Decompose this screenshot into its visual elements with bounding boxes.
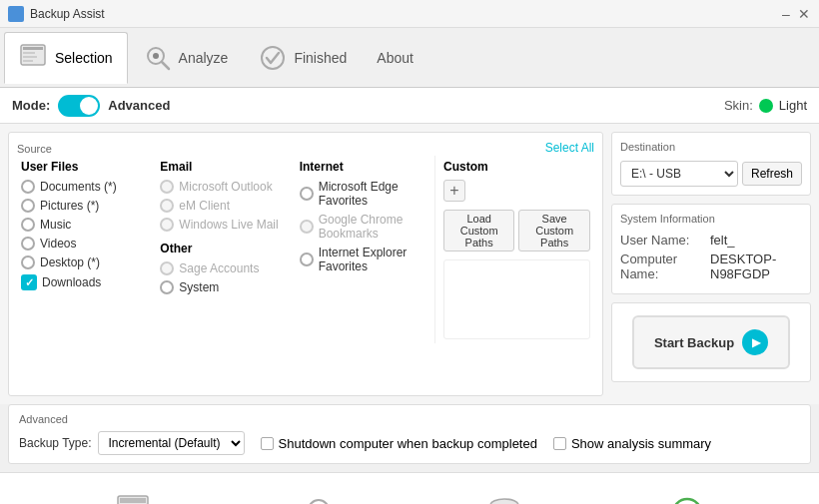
downloads-label: Downloads	[42, 275, 101, 289]
advanced-title: Advanced	[19, 413, 800, 425]
ie-radio[interactable]	[300, 252, 314, 266]
emclient-label: eM Client	[179, 199, 230, 213]
tab-finished[interactable]: Finished	[243, 32, 362, 84]
sage-radio	[160, 261, 174, 275]
chrome-radio	[300, 220, 314, 234]
app-title: Backup Assist	[30, 7, 105, 21]
list-item: Google Chrome Bookmarks	[300, 213, 430, 241]
summary-checkbox-label[interactable]: Show analysis summary	[553, 436, 711, 451]
tab-selection[interactable]: Selection	[4, 32, 128, 84]
system-info-box: System Information User Name: felt_ Comp…	[611, 204, 811, 294]
desktop-radio[interactable]	[21, 255, 35, 269]
list-item[interactable]: Documents (*)	[21, 180, 152, 194]
svg-rect-2	[23, 52, 35, 54]
svg-rect-1	[23, 47, 43, 50]
username-row: User Name: felt_	[620, 233, 802, 248]
save-custom-paths-button[interactable]: Save Custom Paths	[518, 210, 590, 252]
list-item[interactable]: System	[160, 280, 291, 294]
backup-type-group: Backup Type: Incremental (Default)	[19, 431, 245, 455]
shutdown-label: Shutdown computer when backup completed	[279, 436, 537, 451]
destination-box: Destination E:\ - USB Refresh	[611, 132, 811, 196]
tab-analyze[interactable]: Analyze	[128, 32, 244, 84]
destination-select-row: E:\ - USB Refresh	[620, 161, 802, 187]
minimize-button[interactable]: –	[779, 7, 793, 21]
documents-radio[interactable]	[21, 180, 35, 194]
outlook-label: Microsoft Outlook	[179, 180, 272, 194]
svg-rect-3	[23, 56, 37, 58]
wizard-step-finished[interactable]: Finished	[663, 489, 711, 505]
analyze-tab-label: Analyze	[179, 50, 229, 66]
advanced-bar: Advanced Backup Type: Incremental (Defau…	[8, 404, 811, 464]
pictures-radio[interactable]	[21, 199, 35, 213]
documents-label: Documents (*)	[40, 180, 117, 194]
music-radio[interactable]	[21, 218, 35, 232]
list-item: Sage Accounts	[160, 261, 291, 275]
sage-label: Sage Accounts	[179, 261, 259, 275]
select-all-button[interactable]: Select All	[545, 141, 594, 155]
videos-radio[interactable]	[21, 237, 35, 251]
title-bar: Backup Assist – ✕	[0, 0, 819, 28]
list-item[interactable]: Internet Explorer Favorites	[300, 246, 430, 273]
title-bar-left: Backup Assist	[8, 6, 105, 22]
shutdown-checkbox[interactable]	[261, 437, 274, 450]
livemail-label: Windows Live Mail	[179, 218, 278, 232]
start-backup-box: Start Backup	[611, 302, 811, 382]
finished-tab-label: Finished	[294, 50, 347, 66]
start-backup-button[interactable]: Start Backup	[632, 315, 790, 369]
load-custom-paths-button[interactable]: Load Custom Paths	[443, 210, 514, 252]
destination-title: Destination	[620, 141, 802, 153]
source-columns: User Files Documents (*) Pictures (*) Mu…	[17, 156, 594, 343]
wizard-finished-icon	[663, 489, 711, 505]
mode-label: Mode:	[12, 98, 50, 113]
svg-point-8	[262, 47, 284, 69]
svg-rect-4	[23, 60, 33, 62]
about-tab-label: About	[377, 50, 413, 66]
wizard-step-selection[interactable]: ✓ Selection	[108, 489, 161, 505]
shutdown-checkbox-label[interactable]: Shutdown computer when backup completed	[261, 436, 537, 451]
wizard-analyze-icon	[297, 489, 345, 505]
wizard-step-analyze[interactable]: Analyze	[297, 489, 345, 505]
downloads-checkmark	[21, 274, 37, 290]
username-value: felt_	[710, 233, 735, 248]
computername-value: DESKTOP-N98FGDP	[710, 252, 802, 281]
summary-checkbox[interactable]	[553, 437, 566, 450]
custom-header: Custom	[443, 160, 590, 174]
finished-tab-icon	[258, 43, 288, 73]
destination-drive-select[interactable]: E:\ - USB	[620, 161, 738, 187]
list-item[interactable]: Videos	[21, 237, 152, 251]
user-files-header: User Files	[21, 160, 152, 174]
summary-label: Show analysis summary	[571, 436, 711, 451]
custom-actions: Load Custom Paths Save Custom Paths	[443, 210, 590, 252]
pictures-label: Pictures (*)	[40, 199, 99, 213]
svg-point-14	[309, 500, 329, 505]
mode-toggle[interactable]	[58, 95, 100, 117]
list-item[interactable]: Music	[21, 218, 152, 232]
list-item[interactable]: Pictures (*)	[21, 199, 152, 213]
list-item[interactable]: Desktop (*)	[21, 255, 152, 269]
chrome-label: Google Chrome Bookmarks	[319, 213, 430, 241]
wizard-backup-icon	[480, 489, 528, 505]
play-icon	[742, 329, 768, 355]
refresh-button[interactable]: Refresh	[742, 162, 802, 186]
close-button[interactable]: ✕	[797, 7, 811, 21]
wizard-step-backup[interactable]: Backup	[480, 489, 528, 505]
source-title: Source	[17, 143, 52, 155]
system-radio[interactable]	[160, 280, 174, 294]
mode-left: Mode: Advanced	[12, 95, 170, 117]
list-item[interactable]: Microsoft Edge Favorites	[300, 180, 430, 208]
backup-type-label: Backup Type:	[19, 436, 92, 450]
selection-tab-label: Selection	[55, 50, 113, 66]
custom-add-button[interactable]: +	[443, 180, 465, 202]
skin-area: Skin: Light	[724, 98, 807, 113]
list-item[interactable]: Downloads	[21, 274, 152, 290]
mode-value: Advanced	[108, 98, 170, 113]
edge-radio[interactable]	[300, 187, 314, 201]
videos-label: Videos	[40, 237, 76, 251]
emclient-radio	[160, 199, 174, 213]
internet-header: Internet	[300, 160, 430, 174]
skin-label: Skin:	[724, 98, 753, 113]
backup-type-select[interactable]: Incremental (Default)	[98, 431, 245, 455]
advanced-row: Backup Type: Incremental (Default) Shutd…	[19, 431, 800, 455]
desktop-label: Desktop (*)	[40, 255, 100, 269]
tab-about[interactable]: About	[362, 32, 428, 84]
